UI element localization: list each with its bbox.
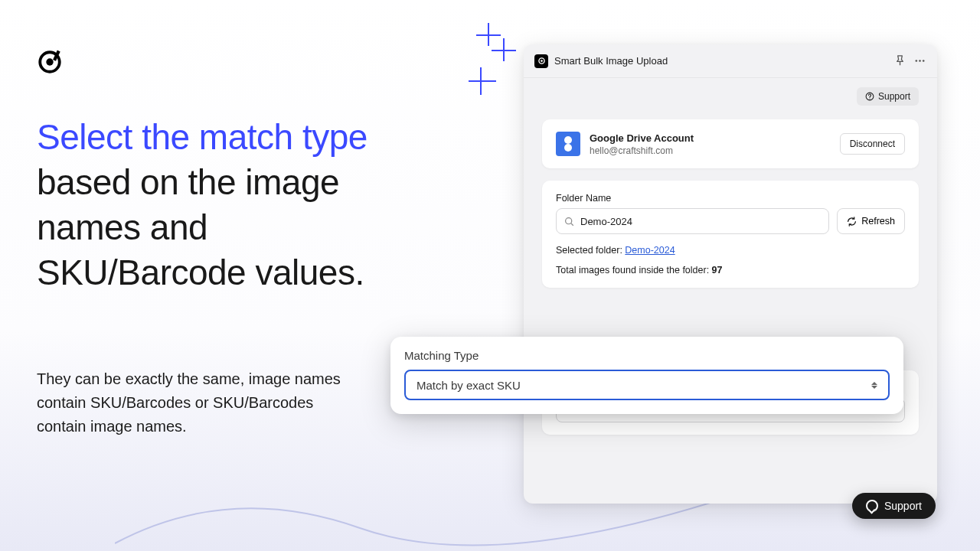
matching-type-label: Matching Type xyxy=(404,349,890,362)
folder-label: Folder Name xyxy=(556,193,905,204)
svg-line-16 xyxy=(571,223,573,225)
avatar-icon xyxy=(556,132,580,156)
floating-support-button[interactable]: Support xyxy=(852,493,936,519)
search-icon xyxy=(564,217,574,227)
total-count: 97 xyxy=(712,265,723,276)
folder-input[interactable] xyxy=(580,216,821,227)
matching-type-value: Match by exact SKU xyxy=(416,379,521,392)
chat-icon xyxy=(866,500,878,512)
heading-rest: based on the image names and SKU/Barcode… xyxy=(37,162,364,292)
page-subtext: They can be exactly the same, image name… xyxy=(37,367,351,439)
matching-type-popover: Matching Type Match by exact SKU xyxy=(390,337,903,414)
account-provider: Google Drive Account xyxy=(590,132,831,144)
account-email: hello@craftshift.com xyxy=(590,145,831,156)
app-window: Smart Bulk Image Upload Support Google D… xyxy=(524,44,937,504)
support-label: Support xyxy=(878,91,910,102)
floating-support-label: Support xyxy=(884,500,922,512)
refresh-label: Refresh xyxy=(861,216,895,227)
svg-point-15 xyxy=(566,217,572,223)
svg-point-11 xyxy=(915,60,917,62)
support-button[interactable]: Support xyxy=(857,87,919,106)
page-heading: Select the match type based on the image… xyxy=(37,115,389,295)
sparkle-decoration xyxy=(469,23,530,99)
app-logo-icon xyxy=(534,54,548,68)
account-card: Google Drive Account hello@craftshift.co… xyxy=(542,119,919,168)
heading-accent: Select the match type xyxy=(37,117,368,157)
refresh-button[interactable]: Refresh xyxy=(837,208,905,234)
refresh-icon xyxy=(847,217,857,227)
svg-point-1 xyxy=(46,58,53,65)
folder-card: Folder Name Refresh Selected folder: Dem… xyxy=(542,181,919,288)
app-header: Smart Bulk Image Upload xyxy=(524,44,937,78)
selected-folder-line: Selected folder: Demo-2024 xyxy=(556,245,905,256)
brand-logo xyxy=(37,49,63,78)
app-title: Smart Bulk Image Upload xyxy=(554,55,668,67)
matching-type-select[interactable]: Match by exact SKU xyxy=(404,370,890,400)
chevron-updown-icon xyxy=(871,382,877,389)
svg-point-10 xyxy=(541,60,543,62)
svg-point-13 xyxy=(922,60,924,62)
selected-folder-link[interactable]: Demo-2024 xyxy=(625,245,675,256)
disconnect-button[interactable]: Disconnect xyxy=(840,133,905,155)
more-icon[interactable] xyxy=(913,54,926,68)
folder-input-wrap[interactable] xyxy=(556,208,829,234)
pin-icon[interactable] xyxy=(893,54,906,68)
total-images-line: Total images found inside the folder: 97 xyxy=(556,265,905,276)
svg-point-12 xyxy=(919,60,921,62)
